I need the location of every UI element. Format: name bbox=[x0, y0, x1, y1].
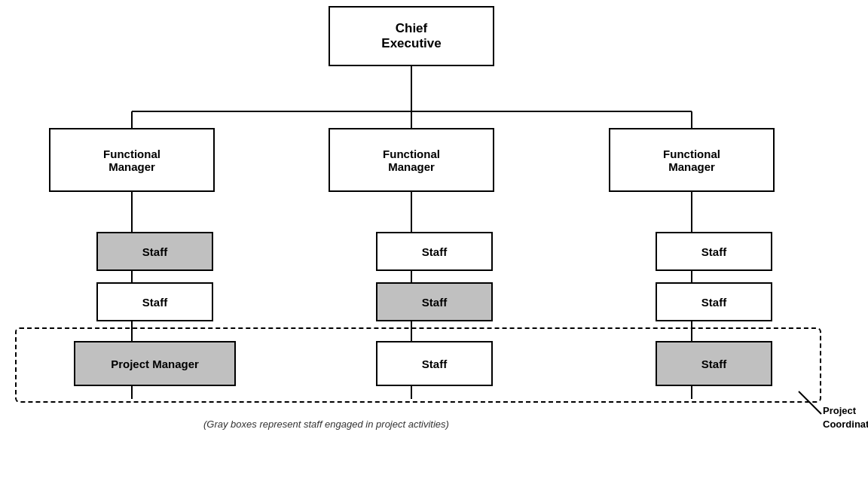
staff-2b-box: Staff bbox=[376, 282, 493, 321]
svg-text:Coordination: Coordination bbox=[823, 419, 868, 430]
fm1-label: Functional Manager bbox=[103, 148, 160, 173]
functional-manager-1-box: Functional Manager bbox=[49, 128, 215, 192]
staff-1b-box: Staff bbox=[96, 282, 213, 321]
chief-executive-label: Chief Executive bbox=[381, 21, 441, 51]
staff-2a-box: Staff bbox=[376, 232, 493, 271]
staff-3b-box: Staff bbox=[656, 282, 772, 321]
svg-line-17 bbox=[799, 391, 821, 414]
staff-1a-box: Staff bbox=[96, 232, 213, 271]
staff-2a-label: Staff bbox=[422, 245, 447, 258]
project-coordination-boundary bbox=[15, 327, 821, 403]
chief-executive-box: Chief Executive bbox=[329, 6, 494, 66]
staff-1b-label: Staff bbox=[142, 296, 167, 309]
project-coord-svg: Project Coordination bbox=[799, 391, 866, 444]
functional-manager-2-box: Functional Manager bbox=[329, 128, 494, 192]
staff-3a-label: Staff bbox=[701, 245, 726, 258]
functional-manager-3-box: Functional Manager bbox=[609, 128, 775, 192]
fm2-label: Functional Manager bbox=[383, 148, 440, 173]
staff-1a-label: Staff bbox=[142, 245, 167, 258]
staff-2b-label: Staff bbox=[422, 296, 447, 309]
svg-text:Project: Project bbox=[823, 405, 857, 416]
org-chart: Chief Executive Functional Manager Funct… bbox=[0, 0, 868, 484]
fm3-label: Functional Manager bbox=[663, 148, 720, 173]
staff-3a-box: Staff bbox=[656, 232, 772, 271]
footnote-text: (Gray boxes represent staff engaged in p… bbox=[203, 419, 449, 430]
staff-3b-label: Staff bbox=[701, 296, 726, 309]
